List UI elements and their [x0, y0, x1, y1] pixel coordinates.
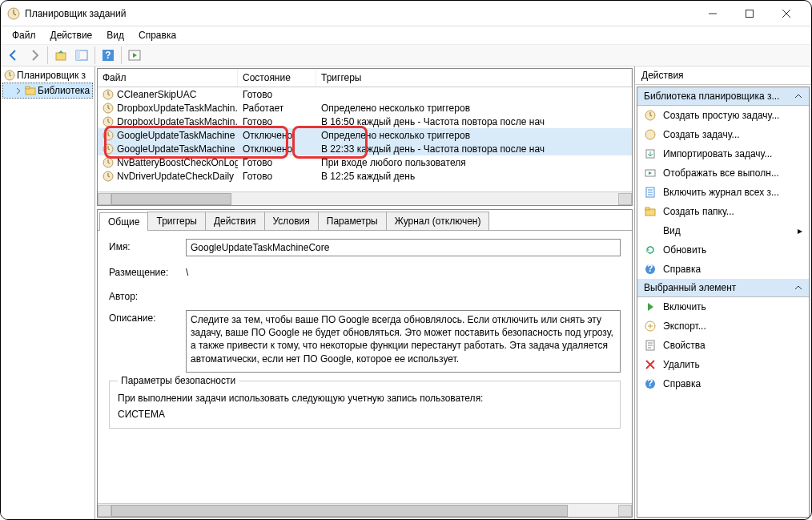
task-trigger: В 16:50 каждый день - Частота повтора по… — [316, 116, 632, 127]
action-show-running[interactable]: Отображать все выполн... — [637, 163, 809, 183]
action-import[interactable]: Импортировать задачу... — [637, 144, 809, 163]
horizontal-scrollbar[interactable] — [98, 191, 632, 205]
task-row[interactable]: DropboxUpdateTaskMachin...ГотовоВ 16:50 … — [98, 115, 632, 128]
action-label: Экспорт... — [663, 320, 706, 332]
task-row[interactable]: CCleanerSkipUACГотово — [98, 87, 632, 101]
column-state[interactable]: Состояние — [238, 69, 316, 87]
create-basic-icon — [644, 109, 657, 122]
export-icon — [644, 320, 657, 333]
actions-title: Действия — [635, 67, 811, 85]
action-label: Обновить — [663, 244, 706, 256]
security-text: При выполнении задачи использовать следу… — [118, 393, 612, 404]
action-label: Включить — [663, 301, 706, 312]
action-label: Включить журнал всех з... — [663, 187, 779, 198]
clock-icon — [7, 7, 20, 20]
maximize-button[interactable] — [731, 2, 768, 26]
new-folder-icon — [644, 205, 657, 218]
actions-group-selected[interactable]: Выбранный элемент — [637, 279, 809, 297]
label-name: Имя: — [109, 239, 186, 252]
action-label: Создать задачу... — [663, 129, 740, 140]
task-list: Файл Состояние Триггеры CCleanerSkipUACГ… — [97, 68, 633, 206]
action-create-basic[interactable]: Создать простую задачу... — [637, 106, 809, 125]
task-name: NvDriverUpdateCheckDaily — [117, 171, 234, 182]
tab-general[interactable]: Общие — [99, 212, 148, 231]
security-legend: Параметры безопасности — [118, 375, 239, 386]
tree-library[interactable]: Библиотека — [2, 83, 93, 99]
properties-icon — [644, 339, 657, 352]
action-new-folder[interactable]: Создать папку... — [637, 202, 809, 221]
svg-text:?: ? — [105, 50, 111, 61]
action-help1[interactable]: ?Справка — [637, 260, 809, 279]
collapse-icon — [794, 284, 802, 292]
task-name: DropboxUpdateTaskMachin... — [117, 116, 238, 127]
tab-settings[interactable]: Параметры — [318, 212, 387, 230]
action-enable[interactable]: Включить — [637, 297, 809, 316]
window-title: Планировщик заданий — [25, 8, 694, 19]
svg-rect-1 — [746, 10, 754, 17]
field-description[interactable]: Следите за тем, чтобы ваше ПО Google все… — [186, 310, 621, 373]
action-view[interactable]: Вид▸ — [637, 221, 809, 240]
svg-text:?: ? — [647, 263, 653, 274]
action-help2[interactable]: ?Справка — [637, 374, 809, 393]
menu-bar: Файл Действие Вид Справка — [1, 26, 811, 44]
back-button[interactable] — [4, 46, 23, 65]
task-name: NvBatteryBoostCheckOnLog... — [117, 157, 238, 168]
collapse-icon — [794, 92, 802, 100]
menu-action[interactable]: Действие — [44, 28, 99, 42]
task-trigger: Определено несколько триггеров — [316, 103, 632, 114]
action-properties[interactable]: Свойства — [637, 336, 809, 355]
action-refresh[interactable]: Обновить — [637, 240, 809, 260]
svg-rect-2 — [56, 53, 66, 60]
task-row[interactable]: GoogleUpdateTaskMachineОтключеноВ 22:33 … — [98, 142, 632, 155]
action-enable-history[interactable]: Включить журнал всех з... — [637, 183, 809, 202]
help2-icon: ? — [644, 377, 657, 390]
actions-group-library[interactable]: Библиотека планировщика з... — [637, 87, 809, 106]
column-trigger[interactable]: Триггеры — [316, 69, 632, 87]
tab-conditions[interactable]: Условия — [264, 212, 319, 230]
task-row[interactable]: GoogleUpdateTaskMachineОтключеноОпределе… — [98, 128, 632, 142]
action-label: Отображать все выполн... — [663, 167, 779, 179]
task-row[interactable]: DropboxUpdateTaskMachin...РаботаетОпреде… — [98, 101, 632, 115]
tree-root[interactable]: Планировщик з — [2, 68, 93, 83]
task-row[interactable]: NvDriverUpdateCheckDailyГотовоВ 12:25 ка… — [98, 169, 632, 183]
action-label: Вид — [663, 225, 681, 236]
task-name: GoogleUpdateTaskMachine — [117, 130, 235, 141]
detail-scrollbar[interactable] — [98, 503, 632, 517]
column-name[interactable]: Файл — [98, 69, 238, 87]
label-author: Автор: — [109, 288, 186, 302]
task-state: Готово — [238, 171, 316, 182]
tab-actions[interactable]: Действия — [205, 212, 265, 230]
forward-button[interactable] — [25, 46, 44, 65]
menu-file[interactable]: Файл — [6, 28, 42, 42]
tab-triggers[interactable]: Триггеры — [147, 212, 206, 230]
action-label: Импортировать задачу... — [663, 148, 772, 159]
chevron-right-icon: ▸ — [798, 225, 802, 236]
tab-history[interactable]: Журнал (отключен) — [386, 212, 490, 230]
action-export[interactable]: Экспорт... — [637, 316, 809, 336]
minimize-button[interactable] — [694, 2, 731, 26]
up-button[interactable] — [51, 46, 70, 65]
action-delete[interactable]: Удалить — [637, 355, 809, 374]
run-button[interactable] — [125, 46, 144, 65]
field-name[interactable]: GoogleUpdateTaskMachineCore — [186, 239, 621, 256]
folder-icon — [25, 85, 36, 96]
svg-text:?: ? — [647, 377, 653, 389]
svg-rect-24 — [645, 208, 649, 210]
menu-view[interactable]: Вид — [100, 28, 131, 42]
action-label: Справка — [663, 378, 701, 389]
help-button[interactable]: ? — [98, 46, 118, 65]
panes-button[interactable] — [72, 46, 91, 65]
svg-rect-4 — [76, 50, 80, 60]
task-name: CCleanerSkipUAC — [117, 89, 196, 100]
action-create[interactable]: Создать задачу... — [637, 125, 809, 144]
import-icon — [644, 147, 657, 160]
task-row[interactable]: NvBatteryBoostCheckOnLog...ГотовоПри вхо… — [98, 155, 632, 169]
help1-icon: ? — [644, 263, 657, 276]
task-name: DropboxUpdateTaskMachin... — [117, 103, 238, 114]
action-label: Удалить — [663, 359, 700, 370]
menu-help[interactable]: Справка — [132, 28, 183, 42]
svg-rect-10 — [26, 87, 30, 89]
task-state: Готово — [238, 89, 316, 100]
close-button[interactable] — [768, 2, 805, 26]
toolbar: ? — [1, 44, 811, 67]
